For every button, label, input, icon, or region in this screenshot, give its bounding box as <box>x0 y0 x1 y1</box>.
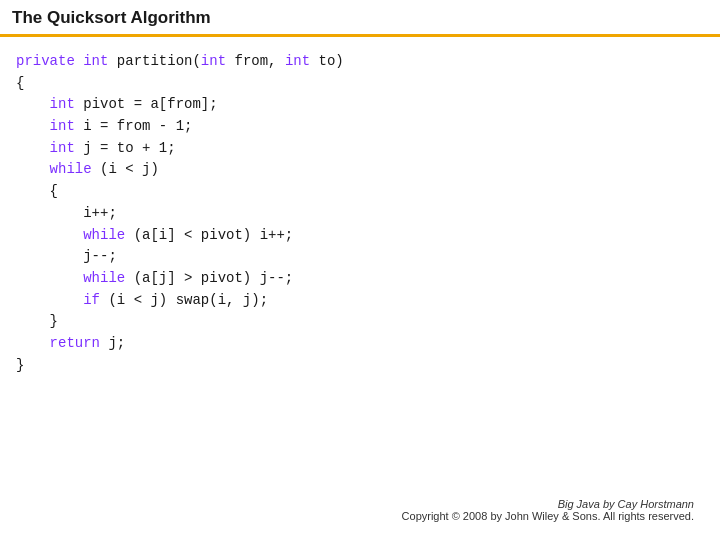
code-line14: return j; <box>16 335 125 351</box>
content-area: private int partition(int from, int to) … <box>0 37 720 540</box>
code-line2: { <box>16 75 24 91</box>
title-bar: The Quicksort Algorithm <box>0 0 720 37</box>
page-container: The Quicksort Algorithm private int part… <box>0 0 720 540</box>
code-line7: { <box>16 183 58 199</box>
page-title: The Quicksort Algorithm <box>12 8 211 28</box>
code-line15: } <box>16 357 24 373</box>
code-line9: while (a[i] < pivot) i++; <box>16 227 293 243</box>
code-line6: while (i < j) <box>16 161 159 177</box>
code-line3: int pivot = a[from]; <box>16 96 218 112</box>
footer-line2: Copyright © 2008 by John Wiley & Sons. A… <box>16 510 694 522</box>
code-line5: int j = to + 1; <box>16 140 176 156</box>
code-line4: int i = from - 1; <box>16 118 192 134</box>
footer-line1: Big Java by Cay Horstmann <box>16 498 694 510</box>
code-line11: while (a[j] > pivot) j--; <box>16 270 293 286</box>
code-line8: i++; <box>16 205 117 221</box>
code-line13: } <box>16 313 58 329</box>
code-block: private int partition(int from, int to) … <box>16 51 704 376</box>
code-line12: if (i < j) swap(i, j); <box>16 292 268 308</box>
code-line1: private int partition(int from, int to) <box>16 53 344 69</box>
code-line10: j--; <box>16 248 117 264</box>
footer: Big Java by Cay Horstmann Copyright © 20… <box>16 492 704 530</box>
